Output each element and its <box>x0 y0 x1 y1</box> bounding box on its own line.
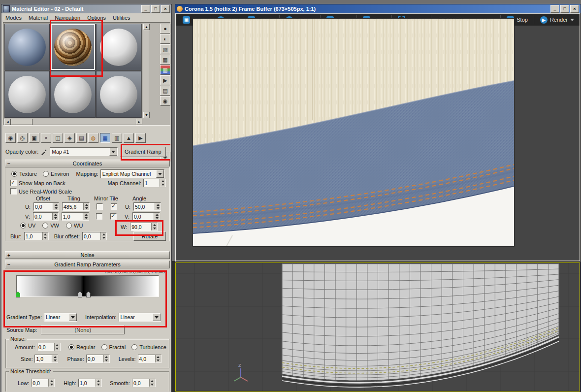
sample-slot-2-selected[interactable] <box>50 24 96 70</box>
put-to-scene-icon[interactable]: ◎ <box>17 133 28 143</box>
sample-tiling-icon[interactable]: ▦ <box>160 55 170 65</box>
menu-utilities[interactable]: Utilities <box>113 15 130 21</box>
v-mirror-checkbox[interactable] <box>96 213 102 220</box>
background-icon[interactable]: ▧ <box>160 44 170 54</box>
reset-map-icon[interactable]: × <box>41 133 51 143</box>
chevron-down-icon[interactable] <box>69 313 77 321</box>
render-button[interactable]: ▶ Render <box>538 15 577 25</box>
material-id-icon[interactable]: ◍ <box>88 133 98 143</box>
chevron-down-icon[interactable] <box>570 19 574 21</box>
close-button[interactable]: × <box>570 5 579 13</box>
map-channel-spinner[interactable]: 1 <box>143 179 166 187</box>
turbulence-radio[interactable] <box>131 344 137 350</box>
texture-radio[interactable] <box>11 171 17 177</box>
menu-navigation[interactable]: Navigation <box>55 15 80 21</box>
low-spinner[interactable]: 0,0 <box>31 379 55 387</box>
phase-spinner[interactable]: 0,0 <box>86 355 110 363</box>
get-material-icon[interactable]: ◉ <box>5 133 16 143</box>
uv-radio[interactable] <box>20 223 26 229</box>
go-forward-sibling-icon[interactable]: ▶ <box>135 133 146 143</box>
environ-radio[interactable] <box>43 171 49 177</box>
gradient-flag-start[interactable] <box>16 292 20 297</box>
wu-radio[interactable] <box>66 223 72 229</box>
maximize-button[interactable]: □ <box>151 5 160 13</box>
spin-down-icon[interactable] <box>160 183 165 187</box>
show-map-in-viewport-icon[interactable]: ▦ <box>100 133 110 143</box>
size-spinner[interactable]: 1,0 <box>34 355 58 363</box>
select-by-material-icon[interactable]: ◉ <box>160 96 170 106</box>
perspective-viewport[interactable]: Z <box>175 262 580 392</box>
sample-slot-1[interactable] <box>4 24 50 70</box>
map-type-button[interactable]: Gradient Ramp <box>120 147 166 157</box>
make-unique-icon[interactable]: ◈ <box>65 133 75 143</box>
v-offset-spinner[interactable]: 0,0 <box>33 212 59 221</box>
u-tiling-spinner[interactable]: 485,6 <box>62 202 90 211</box>
u-angle-spinner[interactable]: 50,0 <box>133 202 161 211</box>
video-color-check-icon[interactable]: ▥ <box>160 65 170 75</box>
u-offset-spinner[interactable]: 0,0 <box>33 202 59 211</box>
options-icon[interactable]: ▤ <box>160 86 170 96</box>
noise-rollout-header[interactable]: + Noise <box>5 251 170 259</box>
make-preview-icon[interactable]: ▶ <box>160 75 170 85</box>
fractal-radio[interactable] <box>101 344 107 350</box>
menu-material[interactable]: Material <box>29 15 48 21</box>
gradient-ramp-rollout-header[interactable]: − Gradient Ramp Parameters <box>5 261 170 268</box>
u-mirror-checkbox[interactable] <box>97 203 103 210</box>
gradient-ramp-bar[interactable] <box>16 275 159 297</box>
use-real-world-scale-checkbox[interactable] <box>10 188 17 195</box>
chevron-down-icon[interactable] <box>153 313 161 321</box>
v-tiling-spinner[interactable]: 1,0 <box>62 212 89 221</box>
scroll-left-arrow[interactable]: ◄ <box>4 119 11 125</box>
show-end-result-icon[interactable]: ▥ <box>112 133 122 143</box>
assign-to-selection-icon[interactable]: ▣ <box>29 133 39 143</box>
sample-slot-6[interactable] <box>96 71 141 118</box>
sample-vscrollbar[interactable]: ▲ ▼ <box>143 24 149 118</box>
rotate-button[interactable]: Rotate <box>133 231 166 241</box>
gradient-type-combo[interactable]: Linear <box>44 313 77 322</box>
scroll-down-arrow[interactable]: ▼ <box>143 112 150 118</box>
sample-hscrollbar[interactable]: ◄ ► <box>4 119 142 124</box>
gradient-flag-middle[interactable] <box>78 292 82 297</box>
interpolation-combo[interactable]: Linear <box>119 313 161 322</box>
blur-offset-spinner[interactable]: 0,0 <box>82 232 107 240</box>
menu-modes[interactable]: Modes <box>5 15 22 21</box>
corona-titlebar[interactable]: Corona 1.5 (hotfix 2) Frame Buffer (673×… <box>175 4 581 13</box>
amount-spinner[interactable]: 0,0 <box>37 343 61 351</box>
gradient-flag-middle2[interactable] <box>86 292 91 297</box>
scroll-thumb[interactable] <box>11 119 32 125</box>
blur-spinner[interactable]: 1,0 <box>24 232 49 240</box>
minimize-button[interactable]: _ <box>550 5 559 13</box>
backlight-icon[interactable]: ◐ <box>160 34 170 44</box>
sample-slot-4[interactable] <box>4 71 50 118</box>
v-angle-spinner[interactable]: 0,0 <box>132 212 160 221</box>
spin-up-icon[interactable] <box>160 179 165 183</box>
go-to-parent-icon[interactable]: ▲ <box>124 133 134 143</box>
scroll-right-arrow[interactable]: ► <box>136 119 142 125</box>
chevron-down-icon[interactable] <box>109 148 117 156</box>
mapping-combo[interactable]: Explicit Map Channel <box>100 169 164 178</box>
high-spinner[interactable]: 1,0 <box>78 379 102 387</box>
material-editor-titlebar[interactable]: Material Editor - 02 - Default _ □ × <box>1 4 171 13</box>
sample-type-icon[interactable]: ● <box>160 24 170 33</box>
vw-radio[interactable] <box>42 223 48 229</box>
w-angle-spinner[interactable]: 90,0 <box>130 223 158 231</box>
minimize-button[interactable]: _ <box>141 5 150 13</box>
close-button[interactable]: × <box>161 5 170 13</box>
regular-radio[interactable] <box>68 344 74 350</box>
scroll-up-arrow[interactable]: ▲ <box>143 24 150 30</box>
sample-slot-5[interactable] <box>50 71 96 118</box>
maximize-button[interactable]: □ <box>560 5 569 13</box>
eyedropper-icon[interactable] <box>40 148 48 156</box>
menu-options[interactable]: Options <box>87 15 106 21</box>
put-to-library-icon[interactable]: ▤ <box>76 133 87 143</box>
smooth-spinner[interactable]: 0,0 <box>132 379 156 387</box>
map-name-combo[interactable]: Map #1 <box>50 147 118 156</box>
chevron-down-icon[interactable] <box>156 170 164 178</box>
v-tile-checkbox[interactable] <box>110 213 117 220</box>
levels-spinner[interactable]: 4,0 <box>138 355 161 363</box>
source-map-button[interactable]: (None) <box>41 326 125 334</box>
make-copy-icon[interactable]: ◫ <box>53 133 63 143</box>
u-tile-checkbox[interactable] <box>111 203 117 210</box>
sample-slot-3[interactable] <box>96 24 141 70</box>
show-map-on-back-checkbox[interactable] <box>10 180 17 186</box>
